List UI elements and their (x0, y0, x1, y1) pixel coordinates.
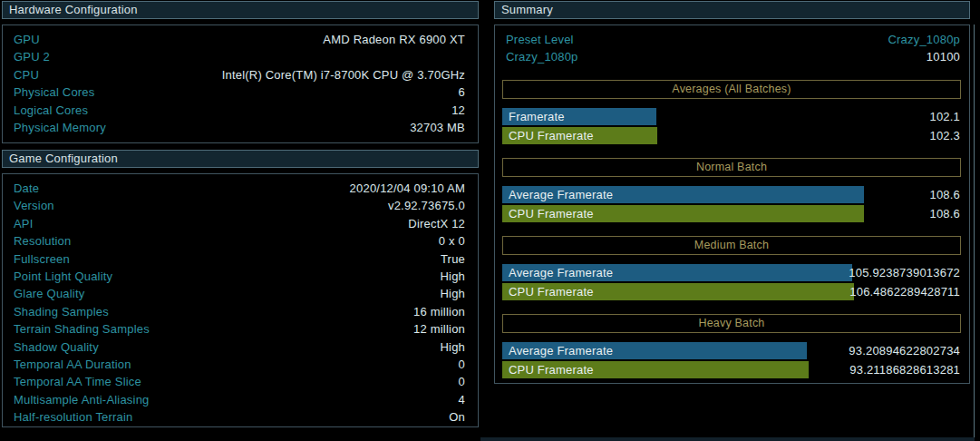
game-row-value: High (440, 268, 465, 285)
hardware-row-value: 12 (451, 102, 465, 119)
game-configuration-header: Game Configuration (2, 150, 479, 168)
game-row-value: 0 (459, 373, 465, 390)
hardware-row-value: AMD Radeon RX 6900 XT (323, 31, 465, 48)
game-row-label: Resolution (14, 232, 71, 250)
game-row-label: Temporal AA Duration (14, 356, 131, 373)
cpu-framerate-bar: CPU Framerate (502, 127, 657, 144)
hardware-row-label: Logical Cores (14, 102, 88, 119)
summary-row-label: Crazy_1080p (506, 48, 578, 65)
game-row-value: High (440, 285, 465, 302)
bar-label: CPU Framerate (502, 207, 594, 220)
game-row-value: 2020/12/04 09:10 AM (350, 180, 465, 197)
bar-row-cpu-framerate: CPU Framerate 93.21186828613281 (502, 361, 961, 378)
game-row-value: 16 million (413, 303, 465, 320)
hardware-configuration-panel: GPU AMD Radeon RX 6900 XT GPU 2 CPU Inte… (2, 24, 479, 143)
normal-batch-bar-group: Average Framerate 108.6 CPU Framerate 10… (502, 186, 961, 222)
cpu-framerate-bar: CPU Framerate (502, 283, 854, 300)
hardware-row-label: GPU (14, 31, 40, 48)
hardware-configuration-title: Hardware Configuration (9, 3, 138, 16)
game-row-label: Half-resolution Terrain (14, 408, 133, 426)
bar-label: Average Framerate (502, 344, 613, 358)
game-row-label: Multisample Anti-Aliasing (14, 391, 150, 408)
cpu-framerate-bar: CPU Framerate (502, 361, 809, 378)
game-row-label: Fullscreen (14, 250, 70, 268)
game-row-fullscreen: Fullscreen True (14, 250, 465, 268)
section-heading-label: Medium Batch (694, 239, 769, 251)
bar-label: CPU Framerate (502, 363, 594, 377)
bar-row-average-framerate: Average Framerate 105.9238739013672 (502, 264, 961, 281)
medium-batch-bar-group: Average Framerate 105.9238739013672 CPU … (502, 264, 961, 300)
hardware-row-label: CPU (14, 66, 39, 83)
summary-row-preset-level: Preset Level Crazy_1080p (502, 31, 961, 48)
bottom-panel-edge (480, 437, 975, 441)
game-row-version: Version v2.92.73675.0 (14, 197, 465, 214)
game-row-multisample-anti-aliasing: Multisample Anti-Aliasing 4 (14, 391, 465, 408)
hardware-row-cpu: CPU Intel(R) Core(TM) i7-8700K CPU @ 3.7… (14, 66, 465, 83)
game-row-resolution: Resolution 0 x 0 (14, 232, 465, 250)
bar-label: CPU Framerate (502, 129, 594, 142)
summary-row-value: 10100 (927, 48, 960, 65)
game-row-shading-samples: Shading Samples 16 million (14, 303, 465, 320)
game-row-label: Shading Samples (14, 303, 109, 320)
game-row-point-light-quality: Point Light Quality High (14, 268, 465, 285)
game-row-value: 4 (459, 391, 465, 408)
bar-row-average-framerate: Average Framerate 93.20894622802734 (502, 342, 961, 359)
section-heading-medium-batch: Medium Batch (502, 236, 961, 255)
cpu-framerate-bar: CPU Framerate (502, 205, 864, 222)
game-row-label: API (14, 215, 34, 232)
hardware-row-label: Physical Memory (14, 119, 106, 136)
section-heading-label: Normal Batch (696, 161, 767, 173)
heavy-batch-bar-group: Average Framerate 93.20894622802734 CPU … (502, 342, 961, 378)
game-row-date: Date 2020/12/04 09:10 AM (14, 180, 465, 197)
hardware-row-gpu2: GPU 2 (14, 48, 465, 65)
bar-label: Average Framerate (502, 188, 613, 201)
left-column: Hardware Configuration GPU AMD Radeon RX… (2, 1, 479, 427)
game-row-value: 0 (459, 356, 465, 373)
average-framerate-bar: Average Framerate (502, 264, 852, 281)
bar-row-cpu-framerate: CPU Framerate 102.3 (502, 127, 961, 144)
hardware-row-value: 32703 MB (410, 119, 465, 136)
game-row-label: Terrain Shading Samples (14, 320, 150, 338)
hardware-row-value: Intel(R) Core(TM) i7-8700K CPU @ 3.70GHz (222, 66, 465, 83)
game-configuration-title: Game Configuration (9, 152, 118, 165)
summary-row-value: Crazy_1080p (888, 31, 960, 48)
section-heading-averages: Averages (All Batches) (502, 80, 961, 99)
game-row-value: On (449, 408, 465, 426)
average-framerate-bar: Average Framerate (502, 186, 864, 203)
bar-row-framerate: Framerate 102.1 (502, 108, 961, 125)
game-row-label: Shadow Quality (14, 338, 99, 356)
game-row-label: Version (14, 197, 54, 214)
section-heading-label: Heavy Batch (698, 317, 764, 329)
averages-bar-group: Framerate 102.1 CPU Framerate 102.3 (502, 108, 961, 144)
game-row-shadow-quality: Shadow Quality High (14, 338, 465, 356)
hardware-configuration-header: Hardware Configuration (2, 1, 479, 19)
hardware-row-logical-cores: Logical Cores 12 (14, 102, 465, 119)
bar-value: 93.20894622802734 (849, 342, 960, 359)
bar-row-cpu-framerate: CPU Framerate 106.4862289428711 (502, 283, 961, 300)
hardware-row-physical-cores: Physical Cores 6 (14, 83, 465, 101)
game-row-half-resolution-terrain: Half-resolution Terrain On (14, 408, 465, 426)
hardware-row-label: GPU 2 (14, 48, 50, 65)
hardware-row-gpu: GPU AMD Radeon RX 6900 XT (14, 31, 465, 48)
game-row-label: Glare Quality (14, 285, 84, 302)
game-row-value: 0 x 0 (439, 232, 465, 250)
game-row-api: API DirectX 12 (14, 215, 465, 232)
game-row-value: 12 million (413, 320, 465, 338)
right-edge-line (974, 24, 975, 441)
bar-value: 106.4862289428711 (849, 283, 960, 300)
game-row-terrain-shading-samples: Terrain Shading Samples 12 million (14, 320, 465, 338)
section-heading-normal-batch: Normal Batch (502, 158, 961, 177)
hardware-row-value: 6 (459, 83, 465, 101)
section-heading-label: Averages (All Batches) (672, 83, 791, 95)
bar-value: 108.6 (929, 205, 960, 222)
average-framerate-bar: Average Framerate (502, 342, 807, 359)
game-row-value: DirectX 12 (408, 215, 465, 232)
game-row-value: v2.92.73675.0 (388, 197, 465, 214)
section-heading-heavy-batch: Heavy Batch (502, 314, 961, 333)
game-row-label: Temporal AA Time Slice (14, 373, 141, 390)
bar-label: Framerate (502, 110, 565, 123)
game-row-value: High (440, 338, 465, 356)
bar-label: Average Framerate (502, 266, 613, 279)
summary-panel: Preset Level Crazy_1080p Crazy_1080p 101… (494, 24, 970, 384)
bar-value: 93.21186828613281 (849, 361, 960, 378)
